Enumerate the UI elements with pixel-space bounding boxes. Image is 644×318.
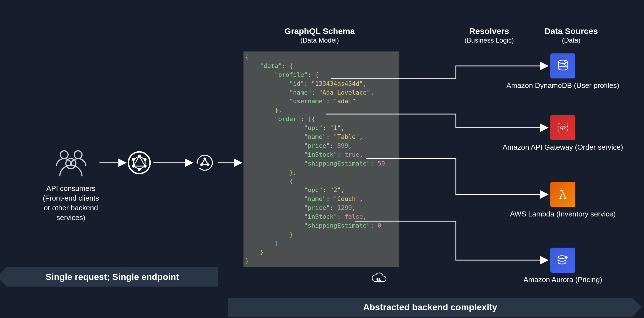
svg-point-9 [144, 158, 146, 161]
datasources-title: Data Sources [535, 26, 607, 36]
apigateway-icon [550, 115, 575, 140]
svg-point-20 [558, 256, 566, 258]
aurora-label: Amazon Aurora (Pricing) [523, 275, 602, 284]
datasources-sub: (Data) [535, 36, 607, 44]
lambda-label: AWS Lambda (Inventory service) [510, 210, 616, 218]
aurora-icon [550, 248, 575, 273]
svg-point-16 [204, 158, 206, 160]
schema-header: GraphQL Schema (Data Model) [272, 26, 367, 44]
banner-abstracted: Abstracted backend complexity [228, 298, 632, 317]
schema-title: GraphQL Schema [272, 26, 367, 36]
service-dynamodb: Amazon DynamoDB (User profiles) [550, 53, 575, 78]
users-icon [51, 147, 90, 178]
banner-single-request: Single request; Single endpoint [7, 267, 218, 287]
banner-left-text: Single request; Single endpoint [46, 272, 179, 282]
service-lambda: AWS Lambda (Inventory service) [550, 182, 575, 207]
svg-point-11 [138, 168, 140, 171]
appsync-icon [195, 152, 215, 173]
svg-point-17 [207, 164, 209, 166]
api-consumers-label: API consumers (Front-end clients or othe… [29, 184, 113, 223]
svg-marker-14 [196, 162, 198, 164]
svg-point-13 [132, 158, 135, 161]
schema-sub: (Data Model) [272, 36, 367, 44]
apigateway-label: Amazon API Gateway (Order service) [503, 143, 623, 152]
dynamodb-label: Amazon DynamoDB (User profiles) [506, 81, 619, 90]
svg-point-1 [74, 151, 82, 159]
svg-point-18 [201, 164, 202, 166]
dynamodb-icon [550, 53, 575, 78]
svg-point-12 [132, 165, 135, 167]
lambda-icon [550, 182, 575, 207]
service-apigateway: Amazon API Gateway (Order service) [550, 115, 575, 140]
svg-point-8 [138, 155, 140, 157]
resolvers-header: Resolvers (Business Logic) [453, 26, 525, 44]
svg-point-10 [144, 165, 146, 167]
resolvers-sub: (Business Logic) [453, 36, 525, 44]
service-aurora: Amazon Aurora (Pricing) [550, 248, 575, 273]
resolvers-title: Resolvers [453, 26, 525, 36]
api-consumers: API consumers (Front-end clients or othe… [29, 147, 113, 223]
banner-right-text: Abstracted backend complexity [363, 302, 497, 312]
cloud-icon [370, 272, 387, 285]
graphql-response-code: { "data": { "profile": { "id": "133434as… [243, 51, 399, 267]
graphql-icon [128, 151, 151, 174]
svg-point-0 [60, 151, 68, 159]
datasources-header: Data Sources (Data) [535, 26, 607, 44]
